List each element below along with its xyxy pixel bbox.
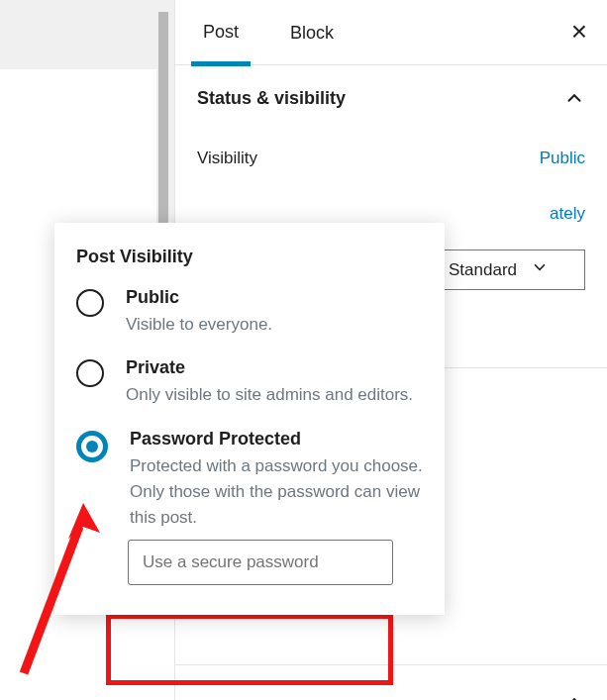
row-visibility: Visibility Public [197, 131, 585, 186]
chevron-up-icon [563, 691, 585, 700]
post-visibility-popover: Post Visibility Public Visible to everyo… [54, 223, 445, 615]
visibility-option-password[interactable]: Password Protected Protected with a pass… [76, 429, 423, 532]
scrollbar-thumb[interactable] [158, 12, 168, 226]
visibility-label: Visibility [197, 149, 257, 168]
option-label: Public [126, 287, 423, 308]
option-desc: Protected with a password you choose. On… [130, 453, 423, 532]
option-desc: Visible to everyone. [126, 312, 423, 338]
panel-title: Status & visibility [197, 88, 346, 109]
password-field-wrap [128, 540, 423, 585]
panel-next-header[interactable] [175, 665, 607, 700]
scrollbar-vertical[interactable] [156, 0, 174, 228]
visibility-option-public[interactable]: Public Visible to everyone. [76, 287, 423, 338]
post-format-select[interactable]: Standard [434, 250, 585, 290]
visibility-value-link[interactable]: Public [540, 149, 585, 168]
chevron-up-icon [563, 87, 585, 109]
tab-post[interactable]: Post [191, 2, 251, 66]
close-icon[interactable]: × [571, 18, 587, 46]
password-input[interactable] [128, 540, 393, 585]
popover-title: Post Visibility [76, 247, 423, 267]
option-label: Password Protected [130, 429, 423, 450]
option-desc: Only visible to site admins and editors. [126, 382, 423, 408]
sidebar-tabs: Post Block × [175, 0, 607, 65]
chevron-down-icon [531, 258, 549, 281]
post-format-value: Standard [449, 260, 517, 280]
publish-value-link[interactable]: ately [550, 204, 585, 224]
tab-block[interactable]: Block [278, 3, 346, 62]
radio-private[interactable] [76, 359, 104, 387]
option-label: Private [126, 357, 423, 378]
panel-header-status[interactable]: Status & visibility [175, 65, 607, 131]
radio-public[interactable] [76, 289, 104, 317]
editor-background [0, 0, 168, 69]
radio-password[interactable] [76, 431, 108, 462]
visibility-option-private[interactable]: Private Only visible to site admins and … [76, 357, 423, 408]
